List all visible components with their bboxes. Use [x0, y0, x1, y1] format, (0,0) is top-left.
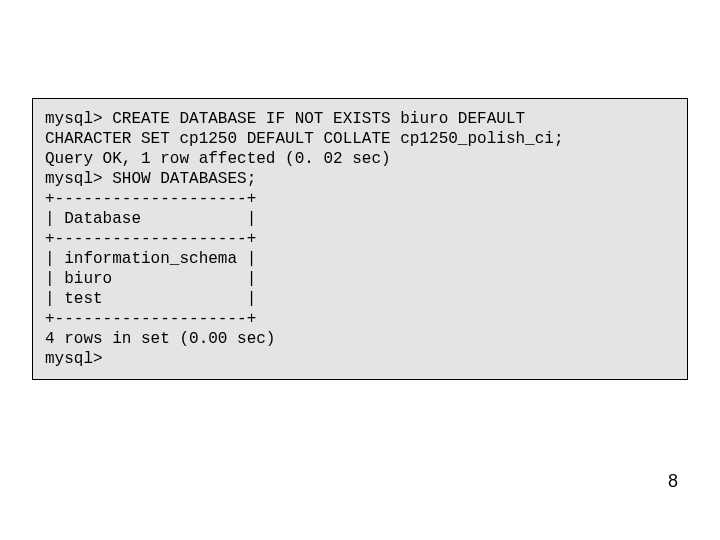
terminal-line: CHARACTER SET cp1250 DEFAULT COLLATE cp1… — [45, 129, 675, 149]
terminal-line: mysql> SHOW DATABASES; — [45, 169, 675, 189]
terminal-line: 4 rows in set (0.00 sec) — [45, 329, 675, 349]
terminal-line: +--------------------+ — [45, 189, 675, 209]
terminal-line: | test | — [45, 289, 675, 309]
terminal-line: | biuro | — [45, 269, 675, 289]
terminal-line: +--------------------+ — [45, 229, 675, 249]
terminal-line: mysql> CREATE DATABASE IF NOT EXISTS biu… — [45, 109, 675, 129]
terminal-line: Query OK, 1 row affected (0. 02 sec) — [45, 149, 675, 169]
terminal-line: +--------------------+ — [45, 309, 675, 329]
terminal-line: | Database | — [45, 209, 675, 229]
mysql-terminal-output: mysql> CREATE DATABASE IF NOT EXISTS biu… — [32, 98, 688, 380]
terminal-line: | information_schema | — [45, 249, 675, 269]
terminal-line: mysql> — [45, 349, 675, 369]
page-number: 8 — [668, 471, 678, 492]
